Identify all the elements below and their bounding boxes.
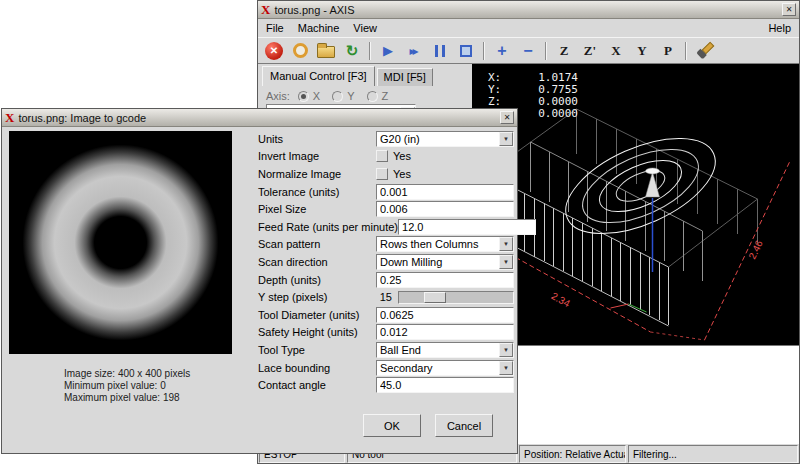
field-row-y-step: Y step (pixels) 15 [2, 288, 514, 306]
ok-button[interactable]: OK [363, 414, 421, 437]
pixel-size-input[interactable] [376, 201, 514, 217]
field-row-pixel-size: Pixel Size [2, 200, 514, 218]
normalize-label: Normalize Image [258, 168, 376, 180]
radio-axis-y[interactable] [332, 91, 343, 102]
stop-button[interactable] [454, 40, 478, 62]
scan-pattern-label: Scan pattern [258, 238, 376, 250]
close-icon[interactable]: ✕ [500, 111, 514, 124]
zoom-out-button[interactable]: − [516, 40, 540, 62]
slider-handle[interactable] [424, 292, 446, 303]
zoom-in-button[interactable]: + [490, 40, 514, 62]
lace-bounding-label: Lace bounding [258, 362, 376, 374]
view-p-icon: P [664, 44, 672, 57]
axis-label: Axis: [266, 90, 290, 102]
invert-checkbox[interactable]: Yes [376, 150, 514, 162]
menu-machine[interactable]: Machine [298, 22, 340, 34]
field-row-tool-diameter: Tool Diameter (units) [2, 306, 514, 324]
tolerance-label: Tolerance (units) [258, 186, 376, 198]
feed-rate-input[interactable] [398, 219, 536, 235]
close-icon[interactable]: ✕ [782, 3, 796, 16]
brush-icon [695, 42, 713, 60]
field-row-feed-rate: Feed Rate (units per minute) [2, 218, 514, 236]
checkbox-indicator [376, 168, 388, 180]
toolbar-separator [369, 42, 371, 60]
safety-height-label: Safety Height (units) [258, 326, 376, 338]
preview-3d-area[interactable]: 2.34 2.46 X: 1.0174 Y: 0.7755 Z: 0.0000 … [472, 64, 799, 345]
field-row-scan-direction: Scan direction Down Milling ▼ [2, 253, 514, 271]
view-z2-button[interactable]: Z' [578, 40, 602, 62]
view-p-button[interactable]: P [656, 40, 680, 62]
status-filtering: Filtering... [628, 445, 798, 463]
tool-type-select[interactable]: Ball End ▼ [376, 342, 514, 358]
run-icon: ▶ [383, 44, 393, 57]
safety-height-input[interactable] [376, 324, 514, 340]
field-row-contact-angle: Contact angle [2, 376, 514, 394]
tool-diameter-input[interactable] [376, 307, 514, 323]
scan-pattern-select[interactable]: Rows then Columns ▼ [376, 236, 514, 252]
dro-z-label: Z: [488, 96, 512, 108]
field-row-normalize: Normalize Image Yes [2, 165, 514, 183]
scan-pattern-value: Rows then Columns [380, 238, 499, 250]
stop-icon [460, 45, 472, 57]
chevron-down-icon: ▼ [499, 255, 513, 269]
pause-button[interactable] [428, 40, 452, 62]
tolerance-input[interactable] [376, 184, 514, 200]
field-row-scan-pattern: Scan pattern Rows then Columns ▼ [2, 236, 514, 254]
y-step-slider[interactable] [398, 291, 514, 304]
view-x-button[interactable]: X [604, 40, 628, 62]
view-x-icon: X [611, 44, 620, 57]
cancel-button[interactable]: Cancel [435, 414, 493, 437]
axis-menubar: File Machine View Help [258, 19, 799, 37]
chevron-down-icon: ▼ [499, 132, 513, 146]
depth-input[interactable] [376, 272, 514, 288]
field-row-tolerance: Tolerance (units) [2, 183, 514, 201]
step-button[interactable]: ▸▸ [402, 40, 426, 62]
dialog-titlebar[interactable]: X torus.png: Image to gcode ✕ [2, 109, 517, 127]
contact-angle-input[interactable] [376, 377, 514, 393]
view-z-button[interactable]: Z [552, 40, 576, 62]
radio-axis-x-label: X [313, 90, 320, 102]
normalize-checkbox-label: Yes [393, 168, 411, 180]
folder-icon [317, 46, 335, 58]
lace-bounding-select[interactable]: Secondary ▼ [376, 360, 514, 376]
x11-logo-icon: X [261, 3, 270, 16]
chevron-down-icon: ▼ [499, 237, 513, 251]
machine-power-button[interactable] [288, 40, 312, 62]
dim-height-label: 2.46 [746, 238, 765, 261]
tab-manual-control[interactable]: Manual Control [F3] [262, 66, 375, 86]
axis-toolbar: ✕ ↻ ▶ ▸▸ + − Z Z' X Y P [258, 37, 799, 64]
radio-axis-z[interactable] [367, 91, 378, 102]
clear-plot-button[interactable] [692, 40, 716, 62]
view-y-icon: Y [637, 44, 646, 57]
output-panel [472, 345, 799, 444]
view-y-button[interactable]: Y [630, 40, 654, 62]
checkbox-indicator [376, 150, 388, 162]
image-to-gcode-dialog: X torus.png: Image to gcode ✕ Image size… [1, 108, 518, 454]
scan-direction-select[interactable]: Down Milling ▼ [376, 254, 514, 270]
open-file-button[interactable] [314, 40, 338, 62]
control-tabs: Manual Control [F3] MDI [F5] [260, 64, 472, 86]
step-icon: ▸▸ [409, 45, 418, 57]
run-program-button[interactable]: ▶ [376, 40, 400, 62]
status-position-mode: Position: Relative Actual [519, 445, 626, 463]
axis-selector-row: Axis: X Y Z [266, 90, 396, 102]
tab-mdi[interactable]: MDI [F5] [377, 68, 433, 86]
toolbar-separator [685, 42, 687, 60]
menu-view[interactable]: View [353, 22, 377, 34]
field-row-units: Units G20 (in) ▼ [2, 130, 514, 148]
normalize-checkbox[interactable]: Yes [376, 168, 514, 180]
units-select[interactable]: G20 (in) ▼ [376, 131, 514, 147]
estop-icon: ✕ [265, 42, 283, 60]
reload-button[interactable]: ↻ [340, 40, 364, 62]
radio-axis-x[interactable] [298, 91, 309, 102]
tool-type-value: Ball End [380, 344, 499, 356]
zoom-out-icon: − [523, 43, 532, 59]
chevron-down-icon: ▼ [499, 361, 513, 375]
estop-button[interactable]: ✕ [262, 40, 286, 62]
settings-form: Units G20 (in) ▼ Invert Image Yes Normal… [2, 130, 514, 394]
axis-radio-group: X Y Z [298, 90, 396, 102]
axis-titlebar[interactable]: X torus.png - AXIS ✕ [258, 1, 799, 19]
menu-file[interactable]: File [266, 22, 284, 34]
radio-axis-y-label: Y [347, 90, 354, 102]
menu-help[interactable]: Help [768, 22, 791, 34]
